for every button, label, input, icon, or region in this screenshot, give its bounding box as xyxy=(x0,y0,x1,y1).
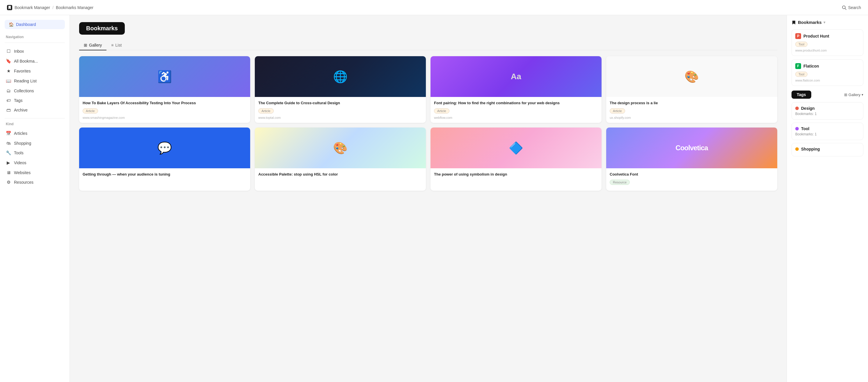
content-gallery-icon: ⊞ xyxy=(84,43,87,48)
content-tab-list[interactable]: ≡ List xyxy=(106,40,126,50)
bookmark-icon: 🔖 xyxy=(6,59,11,64)
kind-section-title: Kind xyxy=(0,122,69,126)
sidebar-item-reading-list[interactable]: 📖 Reading List xyxy=(0,76,69,86)
app-title: Bookmark Manager xyxy=(14,5,50,10)
search-icon xyxy=(842,5,846,10)
sidebar-item-websites[interactable]: 🖥 Websites xyxy=(0,168,69,177)
sidebar-item-all-bookmarks[interactable]: 🔖 All Bookma... xyxy=(0,56,69,66)
product-hunt-url: www.producthunt.com xyxy=(795,49,860,52)
inbox-icon: ☐ xyxy=(6,49,11,54)
card-symbolism[interactable]: 🔷 The power of using symbolism in design xyxy=(431,127,601,191)
sidebar-item-collections[interactable]: 🗂 Collections xyxy=(0,86,69,95)
card-thumb-palette: 🎨 xyxy=(255,127,426,168)
card-url-fontpairing: webflow.com xyxy=(434,116,598,119)
tags-section-header: Tags ⊞ Gallery ▾ xyxy=(792,91,863,99)
sidebar-item-favorites[interactable]: ★ Favorites xyxy=(0,66,69,76)
dashboard-button[interactable]: 🏠 Dashboard xyxy=(5,20,65,29)
svg-line-2 xyxy=(845,8,846,9)
sidebar-item-tools-label: Tools xyxy=(14,150,24,155)
content-list-label: List xyxy=(116,43,122,48)
card-thumb-accessibility: ♿ xyxy=(79,56,250,97)
flaticon-icon: F xyxy=(795,63,801,69)
card-crosscultural[interactable]: 🌐 The Complete Guide to Cross-cultural D… xyxy=(255,56,426,123)
content-list-icon: ≡ xyxy=(111,43,114,48)
tools-icon: 🔧 xyxy=(6,150,11,155)
product-hunt-tag: Tool xyxy=(795,41,807,47)
sidebar-item-favorites-label: Favorites xyxy=(14,69,31,74)
gallery-toggle-icon: ⊞ xyxy=(844,93,847,97)
bookmark-flaticon[interactable]: F Flaticon Tool www.flaticon.com xyxy=(792,59,863,86)
card-title-crosscultural: The Complete Guide to Cross-cultural Des… xyxy=(258,100,422,106)
sidebar-item-resources[interactable]: ⚙ Resources xyxy=(0,177,69,187)
card-tag-coolvetica: Resource xyxy=(610,180,630,185)
nav-divider xyxy=(5,42,65,43)
bookmark-product-hunt[interactable]: P Product Hunt Tool www.producthunt.com xyxy=(792,29,863,56)
tag-tool[interactable]: Tool Bookmarks: 1 xyxy=(792,123,863,140)
content-tab-gallery[interactable]: ⊞ Gallery xyxy=(79,40,106,50)
card-tag-designprocess: Article xyxy=(610,108,625,114)
chevron-down-icon: ▾ xyxy=(824,20,825,25)
card-tag-accessibility: Article xyxy=(83,108,98,114)
sidebar-item-tags[interactable]: 🏷 Tags xyxy=(0,95,69,105)
sidebar-item-videos[interactable]: ▶ Videos xyxy=(0,158,69,168)
card-thumb-gettingthrough: 💬 xyxy=(79,127,250,168)
sidebar-item-articles[interactable]: 📅 Articles xyxy=(0,128,69,138)
tool-tag-label: Tool xyxy=(801,126,809,131)
websites-icon: 🖥 xyxy=(6,170,11,175)
content-gallery-label: Gallery xyxy=(89,43,102,48)
card-tag-fontpairing: Article xyxy=(434,108,450,114)
gallery-toggle[interactable]: ⊞ Gallery ▾ xyxy=(844,93,863,97)
sidebar-item-articles-label: Articles xyxy=(14,131,27,136)
sidebar-item-shopping-label: Shopping xyxy=(14,141,31,146)
search-button[interactable]: Search xyxy=(842,5,861,10)
sidebar-item-tools[interactable]: 🔧 Tools xyxy=(0,148,69,158)
card-title-designprocess: The design process is a lie xyxy=(610,100,774,106)
card-thumb-coolvetica: Coolvetica xyxy=(606,127,777,168)
topbar: Bookmark Manager / Bookmarks Manager Sea… xyxy=(0,0,868,15)
flaticon-tag: Tool xyxy=(795,71,807,77)
card-fontpairing[interactable]: Aa Font pairing: How to find the right c… xyxy=(431,56,601,123)
sidebar-item-websites-label: Websites xyxy=(14,170,31,175)
breadcrumb-label: Bookmarks Manager xyxy=(56,5,93,10)
sidebar: 🏠 Dashboard Navigation ☐ Inbox 🔖 All Boo… xyxy=(0,15,70,382)
flaticon-url: www.flaticon.com xyxy=(795,79,860,82)
home-icon: 🏠 xyxy=(9,22,14,27)
tag-design[interactable]: Design Bookmarks: 1 xyxy=(792,102,863,120)
design-tag-dot xyxy=(795,107,799,110)
chevron-gallery-icon: ▾ xyxy=(862,93,863,97)
sidebar-item-all-label: All Bookma... xyxy=(14,59,38,63)
shopping-tag-dot xyxy=(795,147,799,151)
videos-icon: ▶ xyxy=(6,160,11,166)
bookmark-manager-logo xyxy=(7,5,12,10)
sidebar-item-resources-label: Resources xyxy=(14,180,33,185)
card-gettingthrough[interactable]: 💬 Getting through — when your audience i… xyxy=(79,127,250,191)
card-designprocess[interactable]: 🎨 The design process is a lie Article ux… xyxy=(606,56,777,123)
articles-icon: 📅 xyxy=(6,131,11,136)
card-url-accessibility: www.smashingmagazine.com xyxy=(83,116,247,119)
right-panel-title: Bookmarks xyxy=(798,20,822,25)
sidebar-item-shopping[interactable]: 🛍 Shopping xyxy=(0,138,69,148)
card-url-designprocess: ux.shopify.com xyxy=(610,116,774,119)
tool-tag-count: Bookmarks: 1 xyxy=(795,132,860,136)
gallery-toggle-label: Gallery xyxy=(848,93,861,97)
sidebar-item-archive[interactable]: 🗃 Archive xyxy=(0,105,69,115)
card-thumb-symbolism: 🔷 xyxy=(431,127,601,168)
product-hunt-name: Product Hunt xyxy=(803,34,829,38)
card-accessibility[interactable]: ♿ How To Bake Layers Of Accessibility Te… xyxy=(79,56,250,123)
card-title-gettingthrough: Getting through — when your audience is … xyxy=(83,172,247,177)
right-panel: Bookmarks ▾ P Product Hunt Tool www.prod… xyxy=(786,15,868,382)
sidebar-item-inbox[interactable]: ☐ Inbox xyxy=(0,46,69,56)
design-tag-count: Bookmarks: 1 xyxy=(795,112,860,116)
card-title-palette: Accessible Palette: stop using HSL for c… xyxy=(258,172,422,177)
main-content: Bookmarks ⊞ Gallery ≡ List ♿ How To Bake… xyxy=(70,15,786,382)
sidebar-item-archive-label: Archive xyxy=(14,108,28,112)
main-layout: 🏠 Dashboard Navigation ☐ Inbox 🔖 All Boo… xyxy=(0,15,868,382)
search-label: Search xyxy=(848,5,861,10)
dashboard-label: Dashboard xyxy=(16,22,36,27)
archive-icon: 🗃 xyxy=(6,108,11,112)
card-palette[interactable]: 🎨 Accessible Palette: stop using HSL for… xyxy=(255,127,426,191)
card-coolvetica[interactable]: Coolvetica Coolvetica Font Resource xyxy=(606,127,777,191)
tag-shopping[interactable]: Shopping xyxy=(792,143,863,156)
tags-title: Tags xyxy=(792,91,811,99)
bookmark-panel-icon xyxy=(792,20,796,25)
